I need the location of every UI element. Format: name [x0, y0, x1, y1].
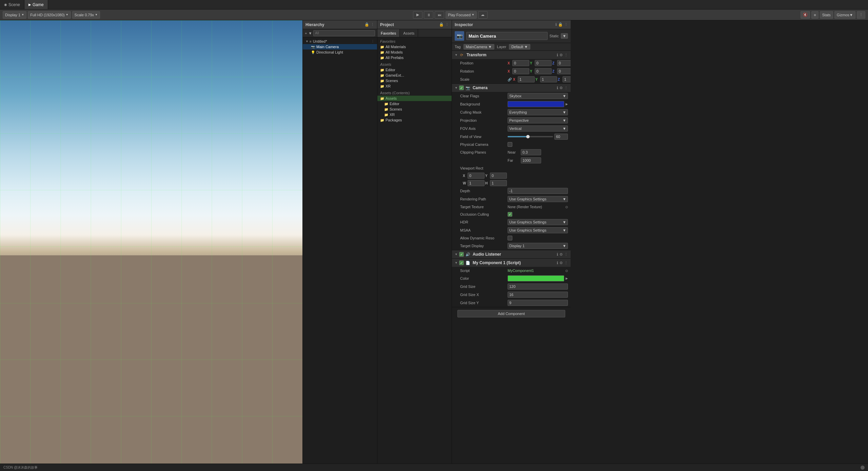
display-dropdown[interactable]: Display 1 ▼: [3, 11, 26, 19]
project-xr-sub[interactable]: 📁 XR: [377, 112, 452, 117]
hierarchy-directional-light-item[interactable]: 💡 Directional Light: [303, 50, 377, 55]
fov-slider-thumb[interactable]: [526, 135, 530, 138]
vp-x-input[interactable]: [468, 173, 485, 179]
camera-more-icon[interactable]: ⋮: [564, 86, 568, 90]
scale-dropdown[interactable]: Scale 0.79x ▼: [72, 11, 100, 19]
project-gameext-folder[interactable]: 📁 GameExt...: [377, 73, 452, 78]
project-scenes-sub[interactable]: 📁 Scenes: [377, 106, 452, 112]
project-packages-folder[interactable]: 📁 Packages: [377, 117, 452, 123]
my-component-header[interactable]: ▼ ✓ 📄 My Component 1 (Script) ℹ ⚙ ⋮: [452, 259, 571, 267]
scale-z-input[interactable]: [563, 76, 571, 82]
pos-x-input[interactable]: [512, 60, 529, 66]
inspector-more-icon[interactable]: ⋮: [564, 22, 568, 27]
step-button[interactable]: ⏭: [435, 11, 444, 19]
layer-dropdown[interactable]: Default ▼: [509, 44, 530, 50]
far-value-input[interactable]: [521, 157, 541, 163]
cloud-icon-btn[interactable]: ☁: [478, 11, 488, 19]
near-value-input[interactable]: [521, 149, 541, 155]
transform-more-icon[interactable]: ⋮: [564, 53, 568, 57]
depth-input[interactable]: [508, 188, 568, 194]
tag-dropdown[interactable]: MainCamera ▼: [463, 44, 494, 50]
project-all-models[interactable]: 📁 All Models: [377, 50, 452, 55]
play-focused-dropdown[interactable]: Play Focused ▼: [446, 11, 477, 19]
resolution-dropdown[interactable]: Full HD (1920x1080) ▼: [28, 11, 71, 19]
background-color-picker[interactable]: [508, 101, 564, 107]
culling-mask-dropdown[interactable]: Everything ▼: [508, 109, 568, 115]
hierarchy-add-btn[interactable]: +: [305, 31, 307, 35]
scene-options-icon[interactable]: ⋮: [371, 40, 374, 43]
hdr-dropdown[interactable]: Use Graphics Settings ▼: [508, 219, 568, 225]
options-btn[interactable]: ⋮: [857, 11, 865, 19]
grid-size-input[interactable]: [508, 283, 568, 290]
project-tab-favorites[interactable]: Favorites: [377, 29, 400, 37]
project-xr-folder[interactable]: 📁 XR: [377, 83, 452, 89]
rot-x-input[interactable]: [512, 68, 529, 74]
project-editor-folder[interactable]: 📁 Editor: [377, 67, 452, 73]
add-component-button[interactable]: Add Component: [457, 310, 565, 317]
object-name-input[interactable]: [466, 32, 548, 40]
camera-settings-icon[interactable]: ⚙: [559, 86, 563, 90]
inspector-lock-icon[interactable]: 🔒: [558, 22, 563, 27]
mycomp-info-icon: ℹ: [557, 261, 558, 265]
camera-enabled-checkbox[interactable]: ✓: [459, 85, 464, 90]
play-button[interactable]: ▶: [413, 11, 422, 19]
static-dropdown[interactable]: ▼: [561, 33, 568, 39]
xr-sub-label: XR: [390, 113, 395, 117]
msaa-dropdown[interactable]: Use Graphics Settings ▼: [508, 227, 568, 233]
mycomp-more-icon[interactable]: ⋮: [564, 261, 568, 265]
fov-axis-dropdown[interactable]: Vertical ▼: [508, 125, 568, 132]
project-tab-assets[interactable]: Assets: [400, 29, 418, 37]
pos-y-input[interactable]: [535, 60, 552, 66]
hierarchy-scene-item[interactable]: ▼ ≡ Untitled* ⋮: [303, 39, 377, 44]
gizmos-btn[interactable]: Gizmos ▼: [834, 11, 855, 19]
audio-settings-icon[interactable]: ⚙: [559, 252, 563, 257]
fov-value-input[interactable]: [554, 134, 568, 140]
hierarchy-more-icon[interactable]: ⋮: [371, 22, 374, 27]
audio-more-icon[interactable]: ⋮: [564, 252, 568, 257]
pause-button[interactable]: ⏸: [424, 11, 433, 19]
audio-listener-header[interactable]: ▼ ✓ 🔊 Audio Listener ℹ ⚙ ⋮: [452, 250, 571, 258]
scale-x-input[interactable]: [518, 76, 535, 82]
project-assets-selected[interactable]: 📁 Assets: [377, 96, 452, 101]
project-all-prefabs[interactable]: 📁 All Prefabs: [377, 55, 452, 60]
project-editor-sub[interactable]: 📁 Editor: [377, 101, 452, 106]
grid-size-y-input[interactable]: [508, 300, 568, 306]
color-picker[interactable]: [508, 275, 564, 281]
project-more-icon[interactable]: ⋮: [445, 22, 449, 27]
physical-camera-checkbox[interactable]: [508, 142, 512, 147]
rot-z-input[interactable]: [557, 68, 571, 74]
rendering-path-arrow: ▼: [563, 197, 566, 201]
fov-slider-track[interactable]: [508, 136, 553, 137]
transform-settings-icon[interactable]: ⚙: [559, 53, 563, 57]
mute-btn[interactable]: 🔇: [801, 11, 810, 19]
occlusion-culling-checkbox[interactable]: ✓: [508, 212, 512, 217]
project-scenes-folder[interactable]: 📁 Scenes: [377, 78, 452, 83]
hierarchy-search-input[interactable]: [313, 30, 375, 36]
clear-flags-dropdown[interactable]: Skybox ▼: [508, 93, 568, 99]
rendering-path-dropdown[interactable]: Use Graphics Settings ▼: [508, 196, 568, 202]
script-pick-icon[interactable]: ⊙: [565, 269, 568, 273]
target-texture-pick-icon[interactable]: ⊙: [565, 205, 568, 209]
camera-comp-header[interactable]: ▼ ✓ 📷 Camera ℹ ⚙ ⋮: [452, 84, 571, 92]
project-all-materials[interactable]: 📁 All Materials: [377, 44, 452, 50]
hierarchy-main-camera-item[interactable]: 📷 Main Camera: [303, 44, 377, 50]
layers-btn[interactable]: ≡: [811, 11, 818, 19]
transform-header[interactable]: ▼ ⟳ Transform ℹ ⚙ ⋮: [452, 51, 571, 59]
vp-h-input[interactable]: [490, 180, 507, 186]
allow-dynamic-checkbox[interactable]: [508, 236, 512, 240]
scale-y-input[interactable]: [540, 76, 557, 82]
hierarchy-arrow-btn[interactable]: ▼: [308, 31, 312, 35]
tab-scene[interactable]: ◉ Scene: [0, 0, 24, 9]
vp-w-input[interactable]: [468, 180, 485, 186]
projection-dropdown[interactable]: Perspective ▼: [508, 117, 568, 123]
pos-z-input[interactable]: [557, 60, 571, 66]
mycomp-settings-icon[interactable]: ⚙: [559, 261, 563, 265]
vp-y-input[interactable]: [490, 173, 507, 179]
audio-enabled-checkbox[interactable]: ✓: [459, 252, 464, 257]
stats-btn[interactable]: Stats: [820, 11, 833, 19]
target-display-dropdown[interactable]: Display 1 ▼: [508, 243, 568, 249]
rot-y-input[interactable]: [535, 68, 552, 74]
mycomp-enabled-checkbox[interactable]: ✓: [459, 260, 464, 265]
tab-game[interactable]: ▶ Game: [24, 0, 48, 9]
grid-size-x-input[interactable]: [508, 292, 568, 298]
